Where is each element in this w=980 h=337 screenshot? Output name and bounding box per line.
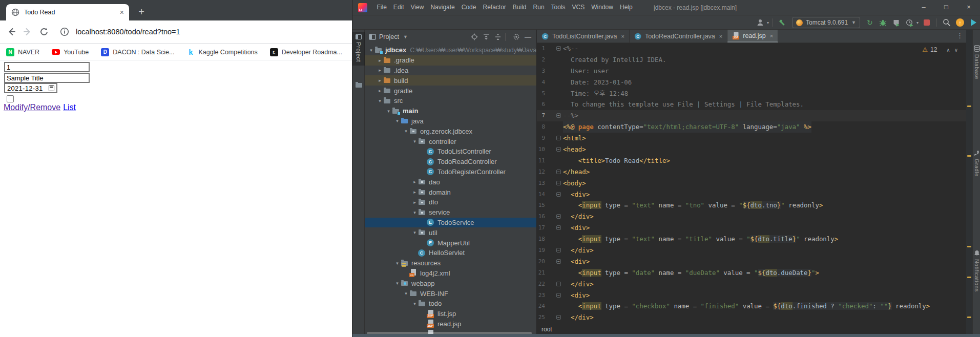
- tree-item-build[interactable]: ▸build: [365, 75, 536, 86]
- tree-item-util[interactable]: ▾util: [365, 227, 536, 238]
- code-line[interactable]: 11 <title>Todo Read</title>: [537, 155, 966, 166]
- tree-item-mapperutil[interactable]: EMapperUtil: [365, 238, 536, 248]
- build-hammer-icon[interactable]: [777, 17, 787, 28]
- tree-item-gradle[interactable]: ▸gradle: [365, 86, 536, 96]
- gear-icon[interactable]: [512, 33, 520, 41]
- debug-icon[interactable]: [878, 17, 888, 28]
- fold-marker-icon[interactable]: −: [556, 192, 561, 197]
- menu-refactor[interactable]: Refactor: [479, 0, 509, 15]
- code-line[interactable]: 21 <input type = "date" name = "dueDate"…: [537, 267, 966, 279]
- tree-item-webapp[interactable]: ▾webapp: [365, 278, 536, 288]
- code-line[interactable]: 17− <div>: [537, 222, 966, 234]
- fold-marker-icon[interactable]: −: [556, 248, 561, 252]
- code-line[interactable]: 19− </div>: [537, 245, 966, 256]
- reload-icon[interactable]: [39, 27, 49, 37]
- fold-marker-icon[interactable]: −: [556, 214, 561, 219]
- tree-chevron-icon[interactable]: ▾: [368, 48, 374, 53]
- code-editor[interactable]: 1−<%--2 Created by IntelliJ IDEA.3 User:…: [537, 43, 966, 323]
- code-line[interactable]: 5 Time: 오후 12:48: [537, 88, 966, 99]
- tree-chevron-icon[interactable]: ▸: [411, 189, 418, 195]
- menu-code[interactable]: Code: [458, 0, 479, 15]
- menu-build[interactable]: Build: [509, 0, 530, 15]
- tree-item-todo[interactable]: ▾todo: [365, 299, 536, 309]
- tree-item-todoreadcontroller[interactable]: CTodoReadController: [365, 157, 536, 167]
- editor-tab-todoreadcontroller-java[interactable]: CTodoReadController.java×: [630, 30, 727, 43]
- tree-chevron-icon[interactable]: ▾: [394, 281, 401, 286]
- menu-view[interactable]: View: [407, 0, 427, 15]
- bookmark-item[interactable]: kKaggle Competitions: [186, 48, 257, 56]
- ide-update-icon[interactable]: ↑: [955, 17, 965, 28]
- title-input[interactable]: [4, 73, 90, 83]
- folder-stripe-icon[interactable]: [355, 81, 363, 91]
- tree-chevron-icon[interactable]: ▾: [411, 210, 418, 215]
- browser-tab[interactable]: Todo Read ×: [6, 4, 129, 20]
- tree-chevron-icon[interactable]: ▾: [385, 109, 392, 114]
- hide-panel-icon[interactable]: —: [524, 33, 532, 41]
- tree-chevron-icon[interactable]: ▸: [377, 88, 383, 93]
- tree-chevron-icon[interactable]: ▸: [377, 58, 383, 63]
- link-modify-remove[interactable]: Modify/Remove: [4, 103, 60, 112]
- code-line[interactable]: 20− <div>: [537, 256, 966, 267]
- menu-window[interactable]: Window: [588, 0, 617, 15]
- fold-marker-icon[interactable]: −: [556, 315, 561, 320]
- collapse-all-icon[interactable]: [493, 33, 502, 41]
- run-configuration-select[interactable]: Tomcat 9.0.691 ▼: [792, 17, 860, 28]
- stop-icon[interactable]: [922, 17, 932, 28]
- tree-chevron-icon[interactable]: ▸: [377, 68, 383, 73]
- tno-input[interactable]: [4, 62, 90, 72]
- project-tool-window-button[interactable]: Project: [352, 32, 365, 66]
- fold-marker-icon[interactable]: −: [556, 181, 561, 185]
- fold-marker-icon[interactable]: −: [556, 225, 561, 230]
- editor-tab-todolistcontroller-java[interactable]: CTodoListController.java×: [537, 30, 630, 43]
- tag-breadcrumb[interactable]: root: [541, 326, 552, 333]
- tab-close-icon[interactable]: ×: [719, 33, 722, 39]
- tree-item-java[interactable]: ▾java: [365, 116, 536, 127]
- finished-checkbox[interactable]: [7, 95, 14, 102]
- tree-chevron-icon[interactable]: ▾: [411, 230, 418, 235]
- fold-marker-icon[interactable]: −: [556, 113, 561, 118]
- fold-marker-icon[interactable]: −: [556, 282, 561, 286]
- code-line[interactable]: 12−</head>: [537, 166, 966, 178]
- tool-window-button-database[interactable]: Database: [973, 45, 980, 79]
- code-line[interactable]: 18 <input type = "text" name = "title" v…: [537, 234, 966, 245]
- chevron-down-icon[interactable]: ▼: [403, 34, 408, 39]
- tree-item-todoservice[interactable]: ETodoService: [365, 218, 536, 228]
- code-line[interactable]: 3 User: user: [537, 66, 966, 77]
- bookmark-item[interactable]: r.Developer Roadma...: [270, 48, 342, 56]
- duedate-input[interactable]: 2021-12-31: [4, 83, 57, 93]
- editor-tab-read-jsp[interactable]: JSPread.jsp×: [727, 30, 778, 43]
- new-tab-button[interactable]: +: [134, 5, 149, 19]
- maximize-button[interactable]: □: [935, 0, 957, 15]
- fold-marker-icon[interactable]: −: [556, 293, 561, 298]
- tree-item-org-zerock-jdbcex[interactable]: ▾org.zerock.jdbcex: [365, 126, 536, 136]
- code-line[interactable]: 22− </div>: [537, 279, 966, 290]
- code-line[interactable]: 14− <div>: [537, 189, 966, 200]
- code-line[interactable]: 13−<body>: [537, 178, 966, 189]
- tree-item-log4j2-xml[interactable]: <>log4j2.xml: [365, 268, 536, 279]
- code-line[interactable]: 15 <input type = "text" name = "tno" val…: [537, 200, 966, 211]
- tab-close-icon[interactable]: ×: [621, 33, 624, 39]
- warning-stripe-mark[interactable]: [967, 317, 971, 318]
- tree-chevron-icon[interactable]: ▾: [411, 139, 418, 144]
- tree-item-todolistcontroller[interactable]: CTodoListController: [365, 146, 536, 157]
- menu-help[interactable]: Help: [616, 0, 636, 15]
- warning-stripe-mark[interactable]: [967, 277, 971, 278]
- menu-file[interactable]: File: [373, 0, 390, 15]
- bookmark-item[interactable]: DDACON : Data Scie...: [101, 48, 174, 56]
- tree-item-list-jsp[interactable]: JSPlist.jsp: [365, 309, 536, 319]
- tree-item-resources[interactable]: ▾resources: [365, 258, 536, 268]
- code-line[interactable]: 1−<%--: [537, 43, 966, 54]
- tree-chevron-icon[interactable]: ▸: [377, 78, 383, 83]
- fold-marker-icon[interactable]: −: [556, 170, 561, 174]
- tree-item-dao[interactable]: ▸dao: [365, 177, 536, 187]
- code-line[interactable]: 4 Date: 2023-01-06: [537, 77, 966, 88]
- tab-close-icon[interactable]: ×: [770, 33, 773, 39]
- tree-item-src[interactable]: ▾src: [365, 96, 536, 106]
- tree-chevron-icon[interactable]: ▸: [411, 179, 418, 184]
- code-line[interactable]: 24 <input type = "checkbox" name = "fini…: [537, 301, 966, 312]
- tree-item-todoregistercontroller[interactable]: CTodoRegisterController: [365, 167, 536, 177]
- tool-window-button-notifications[interactable]: Notifications: [973, 250, 980, 292]
- code-line[interactable]: 8<%@ page contentType="text/html;charset…: [537, 121, 966, 133]
- user-profile-icon[interactable]: [755, 17, 765, 28]
- error-stripe[interactable]: [966, 30, 972, 334]
